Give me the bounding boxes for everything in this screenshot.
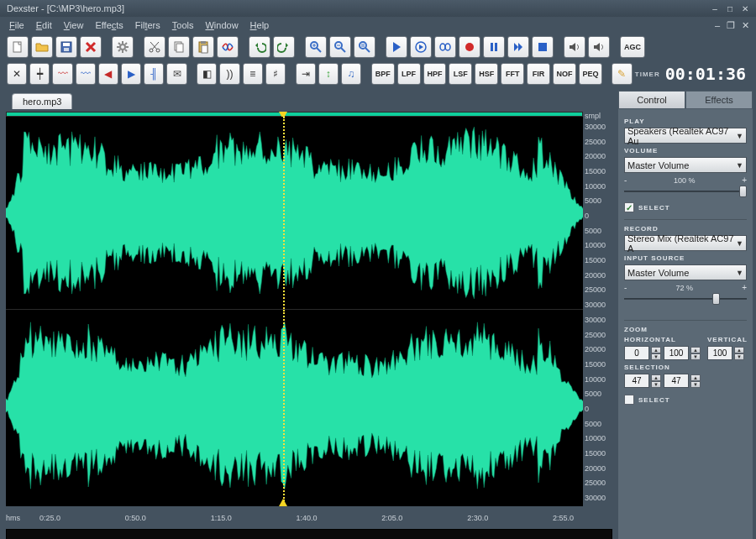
zoom-label: ZOOM (624, 326, 747, 333)
cursor-marker-bottom[interactable] (279, 499, 287, 506)
eq-icon[interactable]: ╢ (144, 63, 164, 85)
echo-icon[interactable]: )) (219, 63, 239, 85)
menu-view[interactable]: View (58, 18, 90, 32)
menu-bar: File Edit View Effects Filters Tools Win… (0, 17, 756, 34)
waveform-left-channel[interactable] (6, 117, 583, 309)
timer-label: TIMER (635, 71, 660, 78)
input-slider[interactable] (624, 295, 747, 303)
selection-end[interactable]: ▲▼ (664, 374, 701, 388)
normalize-icon[interactable]: ✕ (7, 63, 27, 85)
volume-device-select[interactable]: Master Volume▼ (624, 157, 747, 173)
menu-window[interactable]: Window (199, 18, 244, 32)
play-icon[interactable] (386, 36, 407, 58)
stop-icon[interactable] (532, 36, 554, 58)
zoom-h-start[interactable]: ▲▼ (624, 346, 661, 360)
pitch-icon[interactable]: ♯ (265, 63, 286, 85)
resize-icon[interactable]: ↕ (318, 63, 339, 85)
peq-button[interactable]: PEQ (579, 63, 602, 85)
music-icon[interactable]: ♫ (341, 63, 361, 85)
tab-effects[interactable]: Effects (685, 91, 753, 109)
nof-button[interactable]: NOF (553, 63, 576, 85)
playback-cursor (283, 310, 285, 501)
menu-help[interactable]: Help (244, 18, 276, 32)
wave-red-icon[interactable]: 〰 (52, 63, 72, 85)
pause-icon[interactable] (483, 36, 505, 58)
minimize-button[interactable]: – (707, 3, 722, 14)
vol-minus[interactable]: - (624, 175, 627, 185)
record-icon[interactable] (459, 36, 480, 58)
window-title: Dexster - [C:\MP3\hero.mp3] (3, 3, 707, 13)
paste-icon[interactable] (192, 36, 214, 58)
open-icon[interactable] (31, 36, 53, 58)
fade-out-icon[interactable]: ▶ (121, 63, 141, 85)
waveform-right-channel[interactable] (6, 309, 583, 501)
selection-label: SELECTION (624, 364, 747, 371)
copy-icon[interactable] (168, 36, 190, 58)
go-end-icon[interactable] (507, 36, 529, 58)
fft-button[interactable]: FFT (501, 63, 524, 85)
zoom-sel-icon[interactable] (354, 36, 375, 58)
insert-icon[interactable]: ⇥ (296, 63, 316, 85)
selection-checkbox[interactable] (624, 395, 634, 405)
new-icon[interactable] (7, 36, 29, 58)
play-section-label: PLAY (624, 118, 747, 125)
menu-tools[interactable]: Tools (166, 18, 200, 32)
speed-icon[interactable]: ≡ (243, 63, 263, 85)
volume-slider[interactable] (624, 187, 747, 196)
menu-edit[interactable]: Edit (30, 18, 58, 32)
tab-control[interactable]: Control (618, 91, 685, 109)
toolbar-main: AGC (0, 34, 756, 60)
agc-button[interactable]: AGC (620, 36, 645, 58)
vol-plus[interactable]: + (742, 175, 747, 185)
undo-icon[interactable] (249, 36, 270, 58)
file-tab-hero[interactable]: hero.mp3 (12, 93, 72, 109)
play-select-checkbox[interactable]: ✓ (624, 202, 634, 212)
speaker-left-icon[interactable] (564, 36, 585, 58)
cut-icon[interactable] (144, 36, 165, 58)
loop-icon[interactable] (434, 36, 456, 58)
waveform-canvas[interactable] (6, 112, 583, 506)
input-device-select[interactable]: Master Volume▼ (624, 264, 747, 280)
record-section-label: RECORD (624, 225, 747, 233)
input-plus[interactable]: + (742, 283, 747, 292)
file-tabs: hero.mp3 (3, 91, 615, 109)
silence-icon[interactable]: ┿ (29, 63, 50, 85)
zoom-v[interactable]: ▲▼ (707, 346, 748, 360)
menu-effects[interactable]: Effects (89, 18, 129, 32)
playback-cursor (283, 117, 285, 309)
zoom-h-end[interactable]: ▲▼ (664, 346, 701, 360)
play-device-select[interactable]: Speakers (Realtek AC97 Au▼ (624, 128, 747, 144)
edit-line-icon[interactable]: ✎ (612, 63, 632, 85)
fir-button[interactable]: FIR (527, 63, 550, 85)
zoom-in-icon[interactable] (305, 36, 327, 58)
hsf-button[interactable]: HSF (475, 63, 498, 85)
mdi-restore-button[interactable]: ❐ (723, 20, 738, 31)
redo-icon[interactable] (273, 36, 295, 58)
hpf-button[interactable]: HPF (423, 63, 447, 85)
menu-filters[interactable]: Filters (129, 18, 166, 32)
wave-blue-icon[interactable]: 〰 (76, 63, 96, 85)
delete-icon[interactable] (80, 36, 102, 58)
toolbar-effects: ✕┿〰〰◀▶╢✉◧))≡♯⇥↕♫BPFLPFHPFLSFHSFFFTFIRNOF… (0, 60, 756, 87)
gear-icon[interactable] (112, 36, 134, 58)
pan-icon[interactable]: ◧ (197, 63, 217, 85)
input-minus[interactable]: - (624, 283, 627, 292)
maximize-button[interactable]: □ (722, 3, 738, 14)
close-button[interactable]: ✕ (738, 3, 753, 14)
horizontal-scrollbar[interactable] (6, 529, 612, 539)
record-device-select[interactable]: Stereo Mix (Realtek AC97 A▼ (624, 235, 747, 251)
zoom-out-icon[interactable] (329, 36, 351, 58)
envelope-icon[interactable]: ✉ (166, 63, 186, 85)
play-loop-icon[interactable] (410, 36, 432, 58)
bpf-button[interactable]: BPF (371, 63, 395, 85)
mdi-close-button[interactable]: ✕ (738, 20, 753, 31)
mdi-minimize-button[interactable]: – (711, 20, 723, 30)
menu-file[interactable]: File (3, 18, 30, 32)
speaker-right-icon[interactable] (588, 36, 610, 58)
mix-icon[interactable] (217, 36, 239, 58)
save-icon[interactable] (55, 36, 77, 58)
fade-in-icon[interactable]: ◀ (98, 63, 118, 85)
lsf-button[interactable]: LSF (449, 63, 472, 85)
selection-start[interactable]: ▲▼ (624, 374, 661, 388)
lpf-button[interactable]: LPF (397, 63, 421, 85)
